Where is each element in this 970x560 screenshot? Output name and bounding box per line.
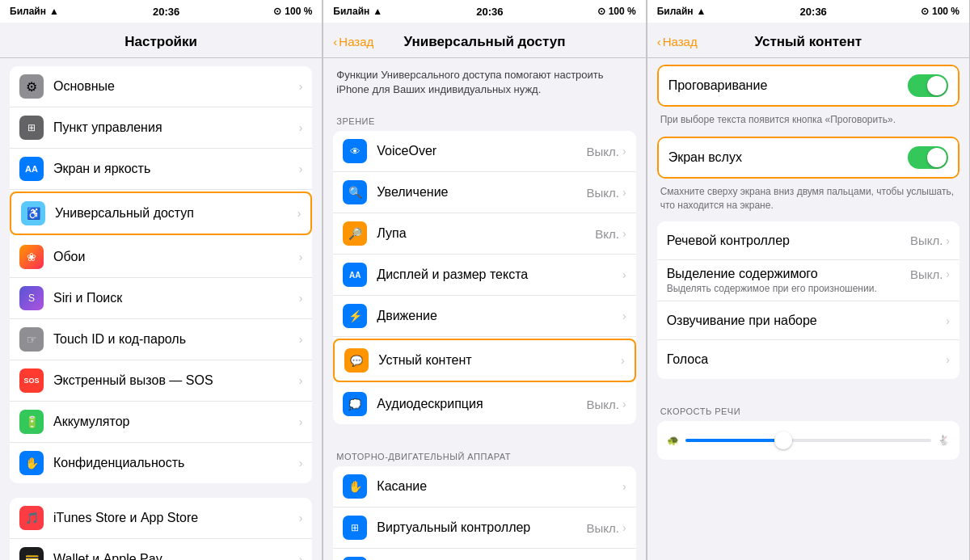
nav-bar-1: Настройки	[0, 23, 322, 58]
chevron-golosa: ›	[946, 353, 950, 366]
row-oboi[interactable]: ❀ Обои ›	[10, 237, 312, 278]
icon-itunes: 🎵	[19, 506, 44, 530]
status-right-3: ⊙ 100 %	[921, 6, 959, 17]
battery-3: 100 %	[932, 6, 959, 17]
speed-slider-row[interactable]: 🐢 🐇	[657, 421, 959, 460]
toggle-progovarivanie[interactable]	[908, 74, 948, 97]
icon-motion: ⚡	[343, 304, 367, 328]
wifi-icon-2: ▲	[373, 6, 382, 17]
icon-voiceover: 👁	[343, 139, 367, 163]
row-golosa[interactable]: Голоса ›	[657, 340, 959, 379]
icon-siri: S	[19, 286, 44, 310]
chevron-wallet: ›	[299, 553, 303, 560]
row-privacy[interactable]: ✋ Конфиденциальность ›	[10, 443, 312, 483]
row-display-size[interactable]: AA Дисплей и размер текста ›	[333, 255, 635, 296]
nav-title-3: Устный контент	[755, 34, 862, 50]
row-lupa[interactable]: 🔎 Лупа Вкл. ›	[333, 213, 635, 255]
label-siri: Siri и Поиск	[53, 291, 299, 305]
row-ekran-vsluh[interactable]: Экран вслух	[659, 138, 958, 177]
row-ekran[interactable]: AA Экран и яркость ›	[10, 149, 312, 190]
row-virtual[interactable]: ⊞ Виртуальный контроллер Выкл. ›	[333, 507, 635, 549]
carrier-1: Билайн	[10, 6, 46, 17]
chevron-rechevoy: ›	[946, 234, 950, 247]
row-sos[interactable]: SOS Экстренный вызов — SOS ›	[10, 360, 312, 402]
time-2: 20:36	[476, 6, 503, 18]
icon-spoken: 💬	[344, 348, 369, 373]
panel-settings: Билайн ▲ 20:36 ⊙ 100 % Настройки ⚙ Основ…	[0, 0, 323, 560]
icon-sos: SOS	[19, 368, 44, 393]
label-oboi: Обои	[53, 250, 299, 264]
back-button-2[interactable]: ‹ Назад	[333, 35, 373, 48]
icon-oboi: ❀	[19, 245, 44, 269]
section-header-speed: СКОРОСТЬ РЕЧИ	[647, 394, 969, 421]
battery-2: 100 %	[609, 6, 636, 17]
chevron-sos: ›	[299, 374, 303, 387]
accessibility-group-motor: ✋ Касание › ⊞ Виртуальный контроллер Вык…	[333, 466, 635, 560]
row-siri[interactable]: S Siri и Поиск ›	[10, 278, 312, 319]
row-audiodesc[interactable]: 💭 Аудиодескрипция Выкл. ›	[333, 384, 635, 424]
spoken-scroll[interactable]: Проговаривание При выборе текста появитс…	[647, 58, 969, 560]
row-motion[interactable]: ⚡ Движение ›	[333, 296, 635, 337]
settings-group-1: ⚙ Основные › ⊞ Пункт управления › AA Экр…	[10, 66, 312, 483]
label-audiodesc: Аудиодескрипция	[377, 397, 586, 411]
row-itunes[interactable]: 🎵 iTunes Store и App Store ›	[10, 498, 312, 539]
row-wallet[interactable]: 💳 Wallet и Apple Pay ›	[10, 539, 312, 560]
row-ozvu[interactable]: Озвучивание при наборе ›	[657, 301, 959, 340]
label-osnovnye: Основные	[53, 79, 299, 94]
row-universal[interactable]: ♿ Универсальный доступ ›	[10, 192, 312, 235]
row-videlenie[interactable]: Выделение содержимого Выкл. › Выделять с…	[657, 260, 959, 301]
label-display-size: Дисплей и размер текста	[377, 267, 622, 282]
desc-videlenie: Выделять содержимое при его произношении…	[667, 283, 877, 294]
value-virtual: Выкл.	[587, 521, 619, 535]
nav-title-1: Настройки	[124, 34, 197, 50]
icon-ekran: AA	[19, 157, 44, 181]
row-osnovnye[interactable]: ⚙ Основные ›	[10, 66, 312, 107]
ekran-vsluh-box: Экран вслух	[657, 137, 959, 179]
speed-slider-track[interactable]	[685, 439, 931, 442]
label-golosa: Голоса	[667, 352, 947, 367]
row-battery[interactable]: 🔋 Аккумулятор ›	[10, 402, 312, 443]
status-left-3: Билайн ▲	[657, 6, 706, 17]
toggle-knob-progovarivanie	[927, 76, 947, 95]
icon-wallet: 💳	[19, 547, 44, 560]
chevron-spoken: ›	[621, 354, 625, 367]
row-voiceover[interactable]: 👁 VoiceOver Выкл. ›	[333, 131, 635, 172]
label-battery: Аккумулятор	[53, 415, 299, 429]
value-voiceover: Выкл.	[587, 145, 619, 158]
row-progovarivanie[interactable]: Проговаривание	[659, 66, 958, 105]
chevron-oboi: ›	[299, 251, 303, 263]
row-zoom[interactable]: 🔍 Увеличение Выкл. ›	[333, 172, 635, 213]
back-button-3[interactable]: ‹ Назад	[657, 35, 698, 48]
row-touchid[interactable]: ☞ Touch ID и код-пароль ›	[10, 319, 312, 360]
section-header-motor: МОТОРНО-ДВИГАТЕЛЬНЫЙ АППАРАТ	[323, 439, 645, 466]
chevron-voiceover: ›	[622, 145, 626, 158]
status-bar-1: Билайн ▲ 20:36 ⊙ 100 %	[0, 0, 322, 23]
icon-virtual: ⊞	[343, 516, 367, 540]
value-videlenie: Выкл.	[910, 267, 943, 281]
battery-1: 100 %	[285, 6, 312, 17]
row-rechevoy[interactable]: Речевой контроллер Выкл. ›	[657, 221, 959, 260]
row-punkt[interactable]: ⊞ Пункт управления ›	[10, 107, 312, 149]
icon-zoom: 🔍	[343, 180, 367, 204]
label-itunes: iTunes Store и App Store	[53, 511, 299, 525]
row-spoken[interactable]: 💬 Устный контент ›	[333, 339, 635, 382]
wifi-icon-1: ▲	[49, 6, 59, 17]
value-rechevoy: Выкл.	[910, 234, 943, 247]
speed-slider-thumb[interactable]	[774, 432, 792, 449]
row-touch[interactable]: ✋ Касание ›	[333, 466, 635, 507]
toggle-ekran-vsluh[interactable]	[908, 146, 948, 169]
chevron-itunes: ›	[299, 512, 303, 524]
label-touch: Касание	[377, 479, 622, 494]
chevron-siri: ›	[299, 292, 303, 305]
label-zoom: Увеличение	[377, 185, 586, 200]
status-left-2: Билайн ▲	[333, 6, 382, 17]
row-voice-ctrl[interactable]: 🎙 Управление голосом Выкл. ›	[333, 549, 635, 560]
chevron-videlenie: ›	[946, 267, 950, 280]
toggle-knob-ekran-vsluh	[927, 148, 947, 167]
chevron-display-size: ›	[622, 268, 626, 281]
settings-scroll[interactable]: ⚙ Основные › ⊞ Пункт управления › AA Экр…	[0, 58, 322, 560]
accessibility-scroll[interactable]: Функции Универсального доступа помогают …	[323, 58, 645, 560]
battery-icon-3: ⊙	[921, 6, 929, 17]
chevron-battery: ›	[299, 415, 303, 428]
label-ozvu: Озвучивание при наборе	[667, 314, 947, 328]
